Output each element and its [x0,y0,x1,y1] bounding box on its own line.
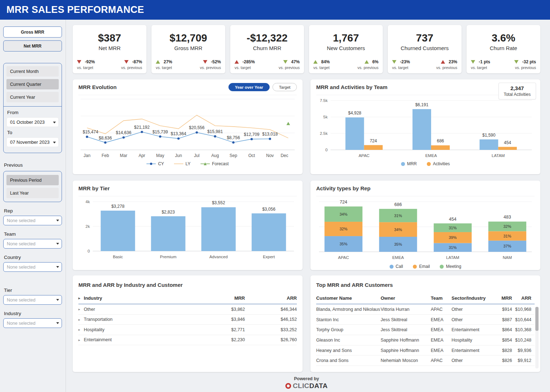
net-mrr-button[interactable]: Net MRR [3,40,62,52]
year-over-year-toggle[interactable]: Year over Year [228,83,270,91]
rep-select[interactable]: None selected [3,216,62,225]
kpi-previous-label: vs. previous [514,65,536,70]
svg-text:35%: 35% [394,242,402,246]
svg-text:LATAM: LATAM [446,255,459,260]
kpi-previous-indicator: -52%vs. previous [200,59,221,70]
expand-arrow-icon[interactable]: ▸ [78,338,80,342]
industry-mrr: $3,846 [209,317,245,322]
svg-text:$2,823: $2,823 [161,210,175,215]
table-row[interactable]: Blanda, Armstrong and NikolausVittoria H… [316,304,535,315]
column-header-industry: Industry [84,295,102,301]
kpi-target-value: -23% [400,59,410,64]
chevron-down-icon [56,243,59,245]
current-quarter-button[interactable]: Current Quarter [6,79,59,89]
column-header-team: Team [431,295,452,301]
kpi-compare: 27%vs. target-52%vs. previous [156,59,221,70]
industry-mrr: $2,771 [209,327,245,332]
tier-select[interactable]: None selected [3,295,62,305]
filter-list: RepNone selectedTeamNone selectedCountry… [3,208,62,328]
kpi-previous-label: vs. previous [357,65,378,70]
brand-left: CLIC [293,382,309,389]
select-placeholder: None selected [7,265,35,270]
kpi-target-indicator: 84%vs. target [313,59,330,70]
kpi-label: Churned Customers [401,45,449,51]
country-select[interactable]: None selected [3,262,62,272]
owner: Jess Skittreal [381,317,431,322]
kpi-target-label: vs. target [77,65,95,70]
kpi-target-value: -1 pts [479,59,490,64]
svg-text:37%: 37% [503,244,511,248]
customer-name: Crona and Sons [316,358,381,363]
activities-legend-icon [427,162,431,166]
main-content: $387Net MRR-92%vs. target-87%vs. previou… [66,20,550,392]
meeting-legend-icon [440,265,444,269]
legend-item-ly: LY [174,161,190,166]
svg-text:$4,928: $4,928 [348,111,361,116]
svg-text:Dec: Dec [281,153,288,158]
current-month-button[interactable]: Current Month [6,66,59,77]
svg-text:$14,636: $14,636 [116,130,131,135]
svg-text:0: 0 [325,148,328,152]
table-row[interactable]: ▸Entertainment$2,230$26,760 [78,335,297,346]
svg-text:May: May [156,153,164,158]
to-date-input[interactable]: 07 November 2023 [6,137,59,147]
kpi-compare: -285%vs. target47%vs. previous [235,59,300,70]
arr: $9,936 [512,348,531,353]
filter-label-tier: Tier [4,288,61,293]
powered-by-text: Powered by [294,376,319,381]
kpi-target-label: vs. target [392,65,410,70]
kpi-card: 737Churned Customers-23%vs. target23%vs.… [388,25,462,73]
legend-item-cy: CY [146,161,164,166]
expand-arrow-icon[interactable]: ▸ [78,307,80,311]
filter-label-rep: Rep [4,208,61,214]
expand-arrow-icon[interactable]: ▸ [78,328,80,332]
current-year-button[interactable]: Current Year [6,92,59,102]
svg-text:31%: 31% [394,214,402,218]
table-row[interactable]: ▸Transportation$3,846$46,152 [78,315,297,325]
industry-arr: $26,760 [245,337,297,342]
svg-text:Aug: Aug [211,153,219,158]
kpi-target-indicator: 27%vs. target [156,59,172,70]
email-legend-icon [413,265,417,269]
svg-text:4k: 4k [86,200,90,204]
kpi-target-value: -285% [242,59,255,64]
mrr-evolution-card: MRR Evolution Year over Year Target $15,… [73,79,303,174]
from-date-value: 01 October 2023 [10,119,45,125]
chart-title: MRR Evolution [78,84,117,90]
scrollbar-thumb[interactable] [535,307,539,331]
clicdata-logo: CLICDATA [285,382,328,390]
industry-arr: $33,252 [245,327,297,332]
svg-text:$13,018: $13,018 [262,132,278,137]
table-row[interactable]: ▸Other$3,862$46,344 [78,304,297,315]
target-toggle[interactable]: Target [272,83,297,91]
to-label: To [7,130,58,135]
table-row[interactable]: Crona and SonsNehemiah MosconAPACOther$8… [316,356,535,366]
chart-row-1: MRR Evolution Year over Year Target $15,… [73,79,540,174]
table-row[interactable]: Stanton IncJess SkittrealEMEAOther$887$1… [316,315,535,325]
table-row[interactable]: ▸Hospitality$2,771$33,252 [78,325,297,335]
last-year-button[interactable]: Last Year [6,188,59,198]
industry-select[interactable]: None selected [3,318,62,328]
svg-text:35%: 35% [339,242,347,246]
previous-filter-group: Previous Period Last Year [3,171,62,202]
kpi-previous-label: vs. previous [200,65,221,70]
kpi-target-indicator: -1 ptsvs. target [471,59,490,70]
from-date-input[interactable]: 01 October 2023 [6,117,59,127]
expand-arrow-icon[interactable]: ▸ [78,318,80,322]
expand-arrow-icon[interactable]: ▸ [78,296,80,300]
tier-chart-svg: 02k4k$3,278Basic$2,823Premium$3,552Advan… [78,198,297,260]
svg-text:$12,709: $12,709 [244,132,260,137]
kpi-row: $387Net MRR-92%vs. target-87%vs. previou… [73,25,540,73]
gross-mrr-button[interactable]: Gross MRR [3,26,62,38]
owner: Vittoria Hurran [381,307,431,312]
arr: $10,968 [512,307,531,312]
table-row[interactable]: Heaney and SonsSapphire HoffmannEMEAEnte… [316,346,535,356]
table-row[interactable]: Gleason IncSapphire HoffmannEMEAHospital… [316,335,535,346]
kpi-label: Gross MRR [174,45,202,51]
previous-period-button[interactable]: Previous Period [6,175,59,185]
team-select[interactable]: None selected [3,239,62,249]
svg-text:$21,192: $21,192 [134,125,150,130]
table-row[interactable]: Torphy GroupJess SkittrealEMEAEntertainm… [316,325,535,335]
mrr-evolution-svg: $15,474$8,636$14,636$21,192$15,739$13,36… [78,97,297,158]
kpi-previous-indicator: -32 ptsvs. previous [514,59,536,70]
